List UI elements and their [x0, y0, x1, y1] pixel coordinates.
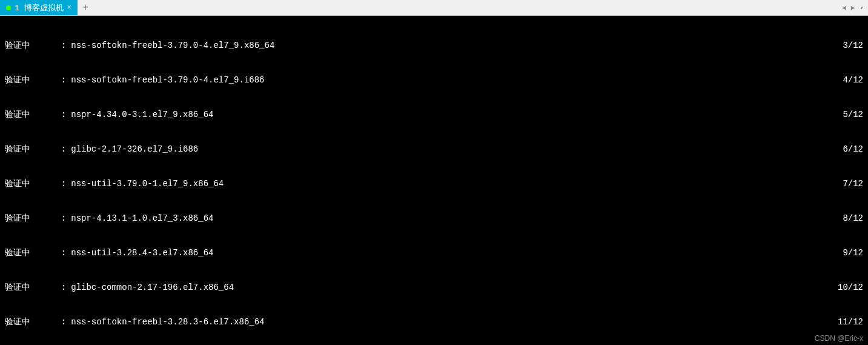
- verify-row: 验证中 : nss-util-3.79.0-1.el7_9.x86_647/12: [5, 178, 863, 190]
- verify-row: 验证中 : nss-softokn-freebl-3.79.0-4.el7_9.…: [5, 40, 863, 52]
- verify-label: 验证中: [5, 41, 30, 50]
- verify-row: 验证中 : nss-softokn-freebl-3.28.3-6.el7.x8…: [5, 317, 863, 328]
- verify-row: 验证中 : glibc-2.17-326.el7_9.i6866/12: [5, 144, 863, 155]
- verify-row: 验证中 : glibc-common-2.17-196.el7.x86_6410…: [5, 282, 863, 293]
- verify-row: 验证中 : nss-softokn-freebl-3.79.0-4.el7_9.…: [5, 75, 863, 86]
- package-name: nspr-4.13.1-1.0.el7_3.x86_64: [71, 213, 213, 223]
- package-name: nss-util-3.79.0-1.el7_9.x86_64: [71, 179, 224, 189]
- tab-label: 1 博客虚拟机: [15, 2, 64, 13]
- package-name: glibc-2.17-326.el7_9.i686: [71, 144, 198, 154]
- progress-count: 11/12: [838, 317, 863, 328]
- nav-prev-icon[interactable]: ◀: [840, 4, 848, 12]
- package-name: nss-softokn-freebl-3.79.0-4.el7_9.x86_64: [71, 41, 274, 50]
- status-dot-icon: [6, 5, 11, 10]
- package-name: nss-util-3.28.4-3.el7.x86_64: [71, 248, 213, 258]
- progress-count: 6/12: [843, 144, 863, 155]
- progress-count: 8/12: [843, 213, 863, 224]
- nav-menu-icon[interactable]: ▾: [858, 4, 866, 12]
- tab-session-1[interactable]: 1 博客虚拟机 ×: [0, 0, 78, 15]
- tab-bar: 1 博客虚拟机 × + ◀ ▶ ▾: [0, 0, 868, 16]
- verify-row: 验证中 : nspr-4.13.1-1.0.el7_3.x86_648/12: [5, 213, 863, 224]
- progress-count: 10/12: [838, 282, 863, 293]
- progress-count: 4/12: [843, 75, 863, 86]
- verify-row: 验证中 : nspr-4.34.0-3.1.el7_9.x86_645/12: [5, 109, 863, 121]
- tab-nav: ◀ ▶ ▾: [840, 0, 866, 15]
- progress-count: 7/12: [843, 178, 863, 190]
- progress-count: 9/12: [843, 247, 863, 259]
- package-name: nss-softokn-freebl-3.28.3-6.el7.x86_64: [71, 317, 264, 327]
- add-tab-button[interactable]: +: [78, 0, 93, 15]
- progress-count: 3/12: [843, 40, 863, 52]
- verify-row: 验证中 : nss-util-3.28.4-3.el7.x86_649/12: [5, 247, 863, 259]
- package-name: glibc-common-2.17-196.el7.x86_64: [71, 283, 234, 292]
- package-name: nss-softokn-freebl-3.79.0-4.el7_9.i686: [71, 75, 264, 85]
- progress-count: 5/12: [843, 109, 863, 121]
- package-name: nspr-4.34.0-3.1.el7_9.x86_64: [71, 110, 213, 119]
- terminal-output[interactable]: 验证中 : nss-softokn-freebl-3.79.0-4.el7_9.…: [0, 16, 868, 345]
- nav-next-icon[interactable]: ▶: [849, 4, 857, 12]
- close-icon[interactable]: ×: [67, 4, 71, 12]
- watermark-text: CSDN @Eric-x: [815, 334, 863, 343]
